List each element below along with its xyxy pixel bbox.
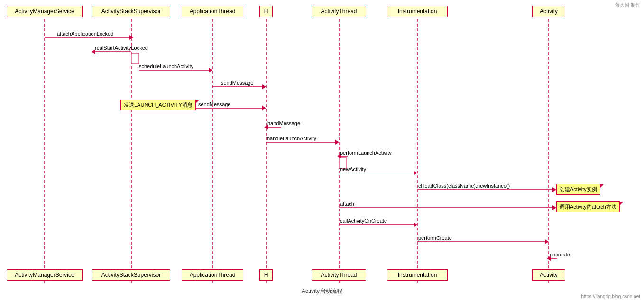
lifeline-ass-bottom: ActivityStackSupervisor [92,269,170,281]
svg-text:performLaunchActivity: performLaunchActivity [340,150,392,155]
svg-text:oncreate: oncreate [550,252,570,257]
svg-text:performCreate: performCreate [418,235,452,241]
svg-text:callActivityOnCreate: callActivityOnCreate [340,218,387,224]
sequence-diagram-svg: attachApplicationLocked realStartActivit… [0,0,644,301]
lifeline-instrumentation-bottom: Instrumentation [387,269,448,281]
svg-text:cl.loadClass(className).newIns: cl.loadClass(className).newInstance() [418,183,510,189]
lifeline-appthread-bottom: ApplicationThread [182,269,243,281]
svg-text:handMessage: handMessage [267,120,300,126]
svg-marker-11 [92,49,95,54]
svg-marker-21 [262,106,266,110]
note-attach-activity: 调用Activity的attach方法 [556,201,620,212]
svg-marker-43 [414,222,417,227]
svg-marker-49 [547,256,551,261]
svg-marker-15 [209,68,212,73]
lifeline-h-bottom: H [259,269,273,281]
watermark: 蒋大国 制作 [615,2,640,9]
svg-marker-46 [545,239,549,244]
svg-text:sendMessage: sendMessage [221,80,254,86]
diagram-caption: Activity启动流程 [302,287,342,295]
watermark-url: https://jiangdg.blog.csdn.net [581,294,640,299]
lifeline-ass: ActivityStackSupervisor [92,6,170,17]
svg-text:newActivity: newActivity [340,166,367,172]
svg-rect-13 [131,53,139,64]
lifeline-instrumentation: Instrumentation [387,6,448,17]
svg-text:scheduleLaunchActivity: scheduleLaunchActivity [139,64,193,69]
note-launch-activity: 发送LAUNCH_ACTIVITY消息 [120,100,196,110]
svg-marker-8 [129,35,133,40]
lifeline-appthread: ApplicationThread [182,6,243,17]
lifeline-at: ActivityThread [312,6,366,17]
svg-marker-24 [264,125,268,129]
lifeline-activity-bottom: Activity [532,269,565,281]
lifeline-at-bottom: ActivityThread [312,269,366,281]
svg-marker-37 [552,187,556,192]
svg-marker-30 [337,154,341,159]
svg-rect-32 [339,158,347,168]
svg-text:handleLaunchActivity: handleLaunchActivity [267,136,316,141]
svg-marker-40 [552,205,556,210]
svg-text:realStartActivityLocked: realStartActivityLocked [95,45,148,51]
svg-marker-18 [262,84,266,89]
lifeline-h: H [259,6,273,17]
lifeline-activity: Activity [532,6,565,17]
svg-marker-27 [335,140,339,145]
lifeline-ams: ActivityManagerService [7,6,83,17]
svg-text:sendMessage: sendMessage [198,101,231,107]
lifeline-ams-bottom: ActivityManagerService [7,269,83,281]
note-create-activity: 创建Activity实例 [556,184,600,195]
svg-text:attach: attach [340,201,354,207]
diagram-container: attachApplicationLocked realStartActivit… [0,0,644,301]
svg-marker-34 [414,171,417,175]
svg-text:attachApplicationLocked: attachApplicationLocked [57,31,113,36]
